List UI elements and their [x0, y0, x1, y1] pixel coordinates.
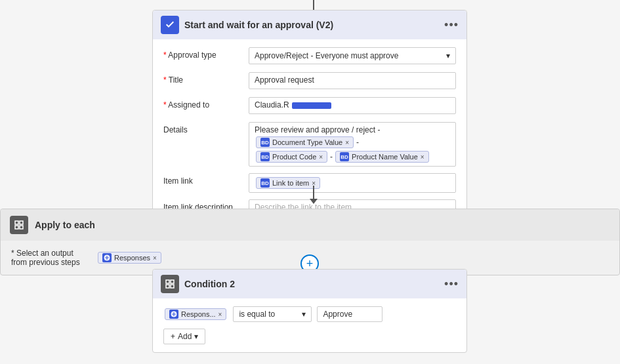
svg-rect-2 [15, 226, 18, 229]
svg-rect-3 [20, 226, 23, 229]
condition-expression-row: Respons... × is equal to ▾ Approve [163, 306, 456, 322]
condition-icon [161, 275, 179, 293]
token-product-code-label: Product Code [272, 153, 316, 161]
title-label: Title [163, 72, 249, 85]
title-row: Title Approval request [163, 72, 456, 91]
title-input[interactable]: Approval request [249, 72, 456, 89]
token-bd-icon-2: BD [260, 152, 270, 161]
condition-operator-value: is equal to [239, 310, 275, 319]
token-bd-icon-3: BD [340, 152, 349, 161]
condition-add-row: + Add ▾ [163, 329, 456, 344]
assigned-value: Claudia.R [255, 100, 331, 110]
assigned-label: Assigned to [163, 97, 249, 110]
approval-type-row: Approval type Approve/Reject - Everyone … [163, 47, 456, 66]
details-label: Details [163, 122, 249, 134]
add-condition-button[interactable]: + Add ▾ [163, 329, 205, 344]
approval-card-header: Start and wait for an approval (V2) ••• [153, 10, 466, 39]
token-product-name-label: Product Name Value [352, 153, 418, 161]
mid-connector-arrow [310, 186, 318, 204]
details-dash: - [356, 138, 359, 147]
condition-token-icon [169, 310, 178, 319]
condition-body: Respons... × is equal to ▾ Approve + Add… [153, 298, 466, 352]
details-prefix: Please review and approve / reject - [255, 125, 380, 134]
svg-rect-8 [171, 285, 174, 288]
approval-type-label: Approval type [163, 47, 249, 60]
responses-token-icon [102, 253, 112, 262]
assigned-row: Assigned to Claudia.R [163, 97, 456, 115]
approval-type-dropdown[interactable]: Approve/Reject - Everyone must approve ▾ [249, 47, 456, 64]
apply-each-title: Apply to each [35, 220, 95, 230]
condition-token-close[interactable]: × [218, 311, 222, 318]
condition-card: Condition 2 ••• Respons... × is equ [152, 269, 467, 353]
apply-label: * Select an outputfrom previous steps [11, 249, 90, 267]
condition-header: Condition 2 ••• [153, 270, 466, 298]
svg-rect-7 [166, 285, 169, 288]
approval-icon [161, 16, 179, 34]
token-bd-icon: BD [260, 138, 270, 147]
svg-rect-0 [15, 221, 18, 224]
item-link-inner: BD Link to item × [255, 176, 450, 190]
details-input[interactable]: Please review and approve / reject - BD … [249, 122, 456, 167]
condition-operator-dropdown[interactable]: is equal to ▾ [233, 306, 312, 322]
responses-token[interactable]: Responses × [98, 252, 161, 264]
details-row-2: BD Product Code × - BD Product Name Valu… [255, 150, 450, 163]
details-row-1: Please review and approve / reject - BD … [255, 125, 450, 149]
token-document-label: Document Type Value [272, 138, 342, 146]
product-code-token[interactable]: BD Product Code × [256, 151, 327, 163]
assigned-input[interactable]: Claudia.R [249, 97, 456, 114]
plus-sign: + [171, 332, 175, 341]
add-chevron-icon: ▾ [194, 332, 198, 341]
svg-rect-5 [166, 280, 169, 283]
condition-responses-token[interactable]: Respons... × [165, 308, 226, 320]
token-link-label: Link to item [272, 179, 309, 187]
approval-more-button[interactable]: ••• [444, 18, 459, 32]
token-product-code-close[interactable]: × [319, 153, 323, 161]
document-type-token[interactable]: BD Document Type Value × [256, 136, 354, 148]
approval-type-value: Approve/Reject - Everyone must approve [255, 51, 398, 60]
responses-token-label: Responses [114, 254, 150, 262]
details-row: Details Please review and approve / reje… [163, 122, 456, 167]
canvas: Start and wait for an approval (V2) ••• … [0, 0, 620, 364]
chevron-down-icon: ▾ [446, 51, 450, 60]
product-name-token[interactable]: BD Product Name Value × [335, 151, 429, 163]
condition-card-title: Condition 2 [184, 279, 235, 289]
item-link-label: Item link [163, 173, 249, 186]
add-label: Add [178, 332, 192, 341]
condition-more-button[interactable]: ••• [444, 277, 459, 291]
token-product-name-close[interactable]: × [421, 153, 424, 161]
svg-rect-1 [20, 221, 23, 224]
details-dash-2: - [330, 152, 333, 161]
token-document-close[interactable]: × [345, 139, 349, 146]
token-bd-icon-4: BD [260, 178, 270, 188]
condition-token-label: Respons... [181, 310, 216, 318]
condition-value-input[interactable]: Approve [317, 306, 382, 322]
svg-rect-6 [171, 280, 174, 283]
approval-card-title: Start and wait for an approval (V2) [184, 20, 333, 30]
condition-header-left: Condition 2 [161, 275, 235, 293]
responses-token-close[interactable]: × [153, 254, 157, 262]
apply-each-icon [10, 216, 28, 234]
approval-header-left: Start and wait for an approval (V2) [161, 16, 333, 34]
condition-chevron-icon: ▾ [302, 310, 306, 319]
item-link-input[interactable]: BD Link to item × [249, 173, 456, 193]
apply-each-header: Apply to each [1, 209, 619, 241]
